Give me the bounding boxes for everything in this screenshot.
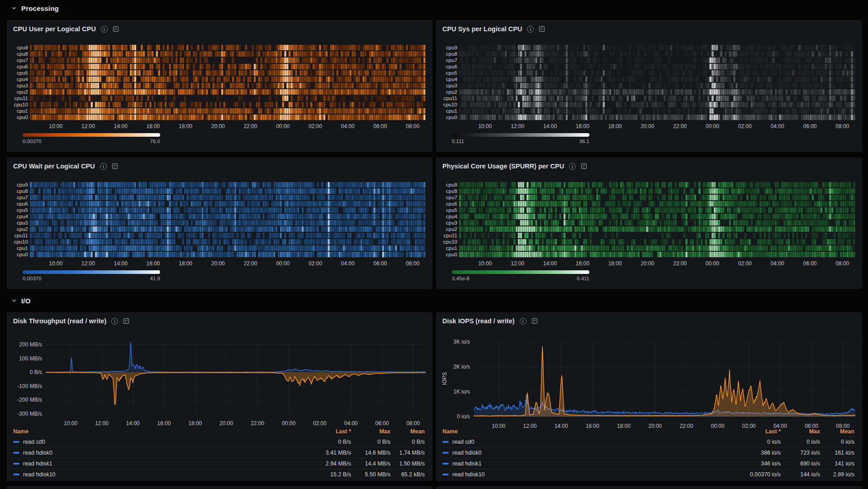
document-icon[interactable] xyxy=(531,318,538,324)
document-icon[interactable] xyxy=(539,26,545,32)
series-color-swatch xyxy=(442,474,449,475)
document-icon[interactable] xyxy=(112,163,118,169)
info-icon[interactable]: i xyxy=(569,163,576,170)
x-tick-label: 18:00 xyxy=(608,123,622,129)
x-tick-label: 02:00 xyxy=(313,420,327,427)
scale-min-label: 0.00370 xyxy=(23,139,42,144)
legend-series-name[interactable]: read cd0 xyxy=(13,439,297,445)
heatmap-x-axis: 10:0012:0014:0016:0018:0020:0022:0000:00… xyxy=(30,123,426,130)
heatmap-canvas-cpu-wait[interactable] xyxy=(30,182,426,258)
legend-series-name[interactable]: read hdisk1 xyxy=(13,460,297,467)
cpu-row-label: cpu9 xyxy=(436,182,457,188)
x-tick-label: 00:00 xyxy=(706,123,719,129)
x-tick-label: 20:00 xyxy=(211,123,225,129)
legend-header-max[interactable]: Max xyxy=(351,428,390,435)
legend-header-name[interactable]: Name xyxy=(442,428,726,435)
info-icon[interactable]: i xyxy=(527,26,534,33)
legend-header-max[interactable]: Max xyxy=(781,428,820,435)
heatmap-canvas-cpu-sys[interactable] xyxy=(459,44,855,120)
info-icon[interactable]: i xyxy=(111,318,118,325)
legend-max-value: 723 io/s xyxy=(781,450,820,456)
panel-header[interactable]: CPU Sys per Logical CPU i xyxy=(436,21,862,37)
legend-row: read hdisk03.41 MB/s14.6 MB/s1.74 MB/s xyxy=(13,447,425,458)
scale-max-label: 0.411 xyxy=(560,276,589,281)
cpu-row-label: cpu9 xyxy=(7,44,28,51)
cpu-row-label: cpu8 xyxy=(436,188,457,194)
legend-header-last[interactable]: Last * xyxy=(297,428,351,435)
heatmap-x-axis: 10:0012:0014:0016:0018:0020:0022:0000:00… xyxy=(30,260,426,268)
legend-last-value: 15.2 B/s xyxy=(297,471,351,478)
info-icon[interactable]: i xyxy=(100,163,107,170)
x-tick-label: 10:00 xyxy=(478,260,492,267)
section-header-processing[interactable]: Processing xyxy=(11,3,59,14)
section-header-io[interactable]: I/O xyxy=(11,295,31,306)
cpu-row-label: cpu4 xyxy=(7,213,28,220)
legend-series-name[interactable]: read cd0 xyxy=(442,439,726,445)
panel-cpu-sys: CPU Sys per Logical CPU i cpu9cpu8cpu7cp… xyxy=(436,20,862,152)
timeseries-canvas-iops[interactable] xyxy=(474,337,855,421)
legend-row: read hdisk1346 io/s690 io/s141 io/s xyxy=(442,458,854,469)
document-icon[interactable] xyxy=(113,26,119,32)
section-label: I/O xyxy=(21,297,31,305)
panel-title: CPU User per Logical CPU xyxy=(13,25,96,33)
panel-header[interactable]: Disk IOPS (read / write) i xyxy=(436,313,862,329)
x-tick-label: 08:00 xyxy=(835,260,849,267)
series-color-swatch xyxy=(13,463,19,465)
legend-series-name[interactable]: read hdisk0 xyxy=(13,450,297,456)
legend-header-name[interactable]: Name xyxy=(13,428,297,435)
cpu-row-label: cpu8 xyxy=(436,51,457,57)
x-tick-label: 12:00 xyxy=(81,123,95,129)
x-tick-label: 06:00 xyxy=(374,123,387,129)
legend-series-name[interactable]: read hdisk10 xyxy=(13,471,297,478)
info-icon[interactable]: i xyxy=(101,26,108,33)
document-icon[interactable] xyxy=(123,318,129,324)
y-tick-label: 100 MB/s xyxy=(19,355,42,362)
panel-title: CPU Sys per Logical CPU xyxy=(442,25,522,33)
cpu-row-label: cpu11 xyxy=(436,232,457,239)
x-tick-label: 20:00 xyxy=(211,260,225,267)
legend-last-value: 2.94 MB/s xyxy=(297,460,351,467)
timeseries-canvas-throughput[interactable] xyxy=(46,339,426,418)
cpu-row-label: cpu3 xyxy=(436,220,457,226)
x-tick-label: 22:00 xyxy=(244,260,257,267)
x-tick-label: 06:00 xyxy=(803,260,816,267)
legend-header-mean[interactable]: Mean xyxy=(820,428,854,435)
cpu-row-label: cpu11 xyxy=(7,232,28,239)
heatmap-canvas-cpu-user[interactable] xyxy=(30,44,426,120)
panel-header[interactable]: Physical Core Usage (SPURR) per CPU i xyxy=(436,158,862,174)
cpu-row-label: cpu10 xyxy=(7,101,28,108)
grafana-dashboard: Processing CPU User per Logical CPU i cp… xyxy=(0,0,868,489)
cpu-row-label: cpu5 xyxy=(7,70,28,76)
legend-header-mean[interactable]: Mean xyxy=(390,428,425,435)
legend-max-value: 14.4 MB/s xyxy=(351,460,390,467)
x-tick-label: 18:00 xyxy=(179,260,192,267)
y-tick-label: 2K io/s xyxy=(453,364,470,370)
document-icon[interactable] xyxy=(581,163,587,169)
legend-header-last[interactable]: Last * xyxy=(726,428,781,435)
panel-header[interactable]: CPU User per Logical CPU i xyxy=(7,21,432,37)
x-tick-label: 06:00 xyxy=(803,123,816,129)
next-panel-edge xyxy=(7,486,432,489)
cpu-row-label: cpu10 xyxy=(436,239,457,245)
info-icon[interactable]: i xyxy=(520,318,526,325)
panel-header[interactable]: CPU Wait per Logical CPU i xyxy=(7,158,432,174)
y-tick-label: 0 io/s xyxy=(457,413,470,420)
cpu-row-label: cpu2 xyxy=(7,226,28,232)
legend-series-name[interactable]: read hdisk10 xyxy=(442,471,726,478)
x-tick-label: 14:00 xyxy=(543,123,557,129)
x-tick-label: 20:00 xyxy=(640,260,654,267)
cpu-row-label: cpu2 xyxy=(436,226,457,232)
cpu-row-label: cpu6 xyxy=(7,201,28,207)
y-tick-label: 3K io/s xyxy=(453,339,470,345)
heatmap-canvas-spurr[interactable] xyxy=(459,182,855,258)
panel-title: Disk IOPS (read / write) xyxy=(442,317,515,325)
x-tick-label: 04:00 xyxy=(344,420,358,427)
legend-series-name[interactable]: read hdisk0 xyxy=(442,450,726,456)
color-scale-bar xyxy=(23,270,160,274)
cpu-row-label: cpu11 xyxy=(7,95,28,101)
legend-series-name[interactable]: read hdisk1 xyxy=(442,460,726,467)
panel-header[interactable]: Disk Throughput (read / write) i xyxy=(7,313,432,329)
cpu-row-label: cpu0 xyxy=(436,251,457,258)
x-tick-label: 12:00 xyxy=(81,260,95,267)
chart-x-axis: 10:0012:0014:0016:0018:0020:0022:0000:00… xyxy=(46,420,426,427)
